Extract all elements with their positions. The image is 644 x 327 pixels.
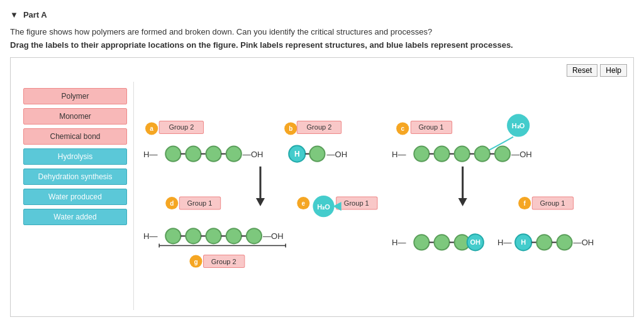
svg-point-80 [434,235,449,250]
svg-marker-72 [458,198,467,206]
svg-point-91 [557,235,572,250]
svg-point-38 [186,228,201,243]
svg-text:Group 1: Group 1 [187,199,213,207]
svg-text:OH: OH [470,238,481,246]
help-button[interactable]: Help [600,64,627,77]
label-hydrolysis[interactable]: Hydrolysis [23,148,127,165]
svg-text:a: a [150,125,153,132]
svg-text:—OH: —OH [327,150,348,159]
diagram-area: a Group 2 H— —OH [133,82,627,310]
svg-marker-23 [256,198,265,206]
top-buttons: Reset Help [17,64,627,77]
svg-point-5 [165,147,180,162]
activity-box: Reset Help Polymer Monomer Chemical bond… [10,57,634,317]
svg-text:H—: H— [497,238,512,247]
svg-text:b: b [289,125,292,132]
diagram-svg: a Group 2 H— —OH [140,88,621,302]
svg-text:e: e [302,200,306,207]
svg-point-78 [414,235,429,250]
reset-button[interactable]: Reset [567,64,597,77]
svg-point-69 [495,147,510,162]
svg-text:Group 1: Group 1 [418,123,443,131]
svg-text:Group 1: Group 1 [344,199,369,207]
svg-point-89 [536,235,552,250]
label-monomer[interactable]: Monomer [23,108,127,125]
svg-text:H—: H— [143,150,158,159]
svg-point-42 [226,228,242,243]
svg-text:—OH: —OH [263,231,284,241]
instructions-line2: Drag the labels to their appropriate loc… [10,40,634,50]
svg-text:H₂O: H₂O [317,203,330,211]
svg-text:H: H [294,150,300,158]
svg-text:H—: H— [143,231,158,241]
part-header: ▼ Part A [10,10,634,19]
svg-point-36 [165,228,180,243]
svg-text:H—: H— [392,150,406,159]
svg-text:—OH: —OH [574,238,594,247]
instructions-line1: The figure shows how polymers are formed… [10,27,634,36]
svg-text:g: g [194,258,197,265]
svg-text:c: c [401,125,404,132]
svg-point-7 [186,147,201,162]
svg-text:Group 2: Group 2 [211,258,236,265]
chevron-down-icon: ▼ [10,10,18,19]
svg-text:H₂O: H₂O [512,122,525,130]
svg-point-44 [247,228,262,243]
label-dehydration-synthesis[interactable]: Dehydration synthesis [23,169,127,185]
svg-text:Group 2: Group 2 [169,123,194,131]
svg-text:Group 2: Group 2 [307,123,332,131]
label-water-produced[interactable]: Water produced [23,189,127,205]
svg-text:—OH: —OH [243,150,264,159]
svg-point-67 [475,147,490,162]
svg-text:H—: H— [392,238,406,247]
svg-point-20 [309,147,325,162]
svg-point-11 [226,147,242,162]
svg-point-61 [414,147,429,162]
labels-panel: Polymer Monomer Chemical bond Hydrolysis… [17,82,133,310]
label-chemical-bond[interactable]: Chemical bond [23,128,127,145]
main-area: Polymer Monomer Chemical bond Hydrolysis… [17,82,627,310]
label-polymer[interactable]: Polymer [23,88,127,104]
svg-text:—OH: —OH [511,150,532,159]
part-title: Part A [23,10,47,19]
label-water-added[interactable]: Water added [23,209,127,225]
svg-text:H: H [521,238,526,246]
svg-text:d: d [170,200,174,207]
svg-point-65 [455,147,470,162]
svg-point-63 [434,147,449,162]
svg-point-40 [206,228,221,243]
svg-text:Group 1: Group 1 [540,199,565,207]
svg-point-9 [206,147,221,162]
